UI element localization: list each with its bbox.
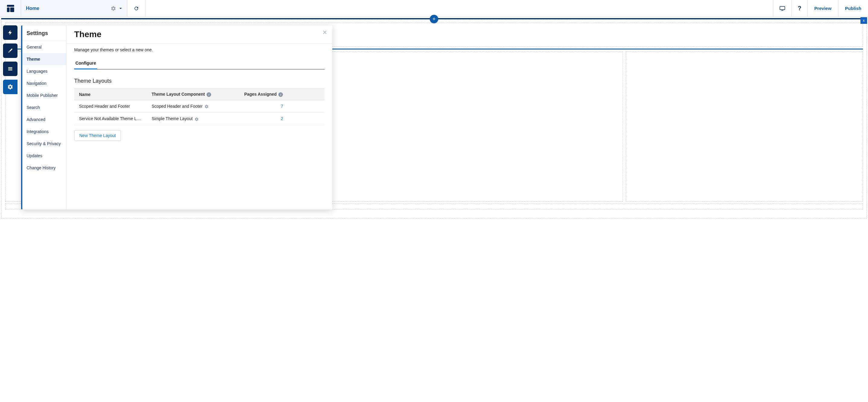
close-panel-button[interactable] bbox=[322, 30, 328, 35]
svg-rect-2 bbox=[10, 7, 14, 12]
table-row[interactable]: Service Not Available Theme L…Simple The… bbox=[74, 113, 324, 125]
sidebar-item-mobile-publisher[interactable]: Mobile Publisher bbox=[22, 89, 66, 102]
col-component: Theme Layout Componenti bbox=[147, 89, 240, 100]
col-pages: Pages Assignedi bbox=[240, 89, 324, 100]
settings-panel: Settings GeneralThemeLanguagesNavigation… bbox=[21, 25, 332, 209]
svg-rect-6 bbox=[8, 68, 12, 69]
top-bar: Home ? Preview Publish bbox=[0, 0, 868, 17]
help-icon: ? bbox=[798, 5, 801, 12]
gear-icon[interactable] bbox=[194, 117, 199, 121]
preview-button[interactable]: Preview bbox=[807, 0, 838, 17]
rail-components-button[interactable] bbox=[3, 25, 18, 40]
pages-link[interactable]: 2 bbox=[281, 116, 283, 121]
lightning-icon bbox=[7, 30, 13, 36]
left-rail bbox=[3, 25, 18, 94]
table-row[interactable]: Scoped Header and FooterScoped Header an… bbox=[74, 100, 324, 113]
sidebar-item-change-history[interactable]: Change History bbox=[22, 162, 66, 174]
svg-rect-7 bbox=[8, 70, 12, 70]
svg-rect-1 bbox=[7, 7, 10, 12]
gear-icon[interactable] bbox=[111, 6, 116, 11]
sidebar-item-search[interactable]: Search bbox=[22, 102, 66, 113]
top-right-actions: ? Preview Publish bbox=[773, 0, 868, 17]
cell-pages: 2 bbox=[240, 113, 324, 125]
tab-configure[interactable]: Configure bbox=[74, 58, 97, 69]
refresh-icon bbox=[134, 6, 139, 11]
svg-rect-4 bbox=[781, 10, 783, 10]
sidebar-item-theme[interactable]: Theme bbox=[22, 53, 66, 65]
sidebar-item-security-privacy[interactable]: Security & Privacy bbox=[22, 138, 66, 150]
settings-sidebar: Settings GeneralThemeLanguagesNavigation… bbox=[22, 25, 66, 209]
publish-button[interactable]: Publish bbox=[838, 0, 868, 17]
panel-subtitle: Manage your themes or select a new one. bbox=[74, 47, 324, 52]
cell-pages: 7 bbox=[240, 100, 324, 113]
panel-title: Theme bbox=[74, 30, 324, 42]
col-name: Name bbox=[74, 89, 147, 100]
cell-component: Simple Theme Layout bbox=[147, 113, 240, 125]
sidebar-item-general[interactable]: General bbox=[22, 41, 66, 53]
close-icon bbox=[322, 30, 328, 35]
cell-name: Scoped Header and Footer bbox=[74, 100, 147, 113]
page-selector[interactable]: Home bbox=[21, 0, 127, 17]
layout-logo-icon bbox=[7, 4, 14, 12]
cell-name: Service Not Available Theme L… bbox=[74, 113, 147, 125]
sidebar-item-integrations[interactable]: Integrations bbox=[22, 125, 66, 138]
close-region-button[interactable]: x bbox=[861, 17, 867, 24]
theme-layouts-table: Name Theme Layout Componenti Pages Assig… bbox=[74, 88, 324, 125]
new-theme-layout-button[interactable]: New Theme Layout bbox=[74, 130, 121, 141]
app-logo[interactable] bbox=[0, 0, 21, 17]
svg-rect-5 bbox=[8, 67, 12, 68]
rail-settings-button[interactable] bbox=[3, 80, 18, 94]
device-preview-button[interactable] bbox=[773, 0, 792, 17]
page-name: Home bbox=[26, 6, 39, 11]
panel-tabs: Configure bbox=[74, 58, 324, 69]
list-icon bbox=[7, 66, 13, 71]
gear-icon[interactable] bbox=[205, 105, 209, 109]
rail-theme-button[interactable] bbox=[3, 44, 18, 58]
sidebar-item-languages[interactable]: Languages bbox=[22, 65, 66, 77]
info-icon[interactable]: i bbox=[207, 92, 211, 97]
svg-rect-3 bbox=[780, 6, 785, 10]
cell-component: Scoped Header and Footer bbox=[147, 100, 240, 113]
pages-link[interactable]: 7 bbox=[281, 104, 283, 109]
drop-region-side[interactable] bbox=[626, 51, 863, 202]
refresh-button[interactable] bbox=[127, 0, 145, 17]
sidebar-item-navigation[interactable]: Navigation bbox=[22, 77, 66, 89]
help-button[interactable]: ? bbox=[792, 0, 807, 17]
svg-rect-0 bbox=[7, 5, 14, 7]
section-title: Theme Layouts bbox=[74, 78, 324, 84]
info-icon[interactable]: i bbox=[278, 92, 283, 97]
gear-icon bbox=[7, 84, 13, 90]
sidebar-item-updates[interactable]: Updates bbox=[22, 150, 66, 162]
brush-icon bbox=[7, 48, 13, 53]
desktop-icon bbox=[779, 5, 785, 11]
add-component-button[interactable]: + bbox=[430, 15, 438, 23]
sidebar-item-advanced[interactable]: Advanced bbox=[22, 113, 66, 125]
settings-main: Theme Manage your themes or select a new… bbox=[66, 25, 332, 209]
caret-down-icon[interactable] bbox=[119, 7, 122, 10]
rail-pages-button[interactable] bbox=[3, 62, 18, 76]
settings-sidebar-title: Settings bbox=[22, 25, 66, 41]
